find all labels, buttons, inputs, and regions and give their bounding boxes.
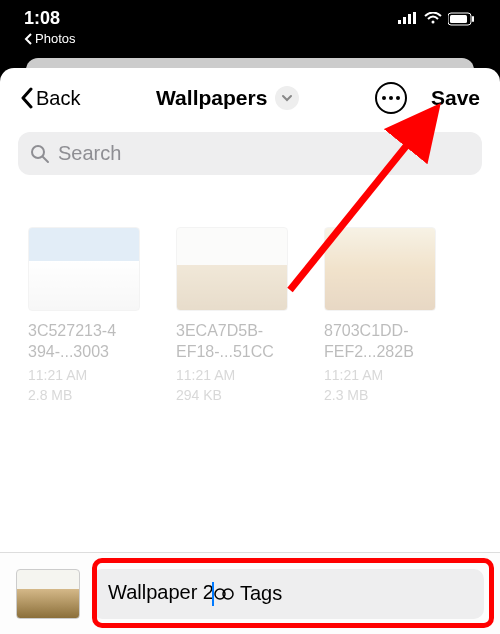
rename-bar: Wallpaper 2 Tags xyxy=(0,552,500,634)
tags-button[interactable]: Tags xyxy=(214,582,282,605)
save-button[interactable]: Save xyxy=(431,86,480,110)
chevron-left-icon xyxy=(20,87,34,109)
svg-rect-3 xyxy=(413,12,416,24)
folder-dropdown[interactable] xyxy=(275,86,299,110)
search-placeholder: Search xyxy=(58,142,121,165)
file-thumbnail xyxy=(324,227,436,311)
folder-title[interactable]: Wallpapers xyxy=(156,86,267,110)
svg-point-4 xyxy=(432,21,435,24)
battery-icon xyxy=(448,12,476,26)
file-item[interactable]: 3ECA7D5B-EF18-...51CC 11:21 AM 294 KB xyxy=(176,227,308,403)
file-item[interactable]: 3C527213-4394-...3003 11:21 AM 2.8 MB xyxy=(28,227,160,403)
tags-label: Tags xyxy=(240,582,282,605)
svg-rect-6 xyxy=(450,15,467,23)
svg-point-8 xyxy=(382,96,386,100)
status-bar: 1:08 Photos xyxy=(0,0,500,58)
tags-icon xyxy=(214,586,234,602)
status-time: 1:08 xyxy=(24,8,75,29)
file-time: 11:21 AM xyxy=(28,367,160,383)
wifi-icon xyxy=(424,12,442,26)
back-to-app[interactable]: Photos xyxy=(24,31,75,46)
svg-point-11 xyxy=(32,146,44,158)
file-size: 294 KB xyxy=(176,387,308,403)
search-input[interactable]: Search xyxy=(18,132,482,175)
status-icons xyxy=(398,8,476,26)
cellular-icon xyxy=(398,12,418,26)
save-sheet: Back Wallpapers Save Search 3C527213-439… xyxy=(0,68,500,634)
file-grid: 3C527213-4394-...3003 11:21 AM 2.8 MB 3E… xyxy=(0,179,500,403)
file-time: 11:21 AM xyxy=(324,367,456,383)
back-app-label: Photos xyxy=(35,31,75,46)
svg-point-9 xyxy=(389,96,393,100)
search-icon xyxy=(30,144,50,164)
file-name: 8703C1DD-FEF2...282B xyxy=(324,321,456,363)
rename-input[interactable]: Wallpaper 2 xyxy=(108,581,214,607)
rename-row: Wallpaper 2 Tags xyxy=(92,569,484,619)
chevron-left-icon xyxy=(24,33,33,45)
more-button[interactable] xyxy=(375,82,407,114)
chevron-down-icon xyxy=(281,94,293,102)
back-button[interactable]: Back xyxy=(20,87,80,110)
file-time: 11:21 AM xyxy=(176,367,308,383)
ellipsis-icon xyxy=(382,96,400,100)
file-thumbnail xyxy=(176,227,288,311)
svg-point-10 xyxy=(396,96,400,100)
file-item[interactable]: 8703C1DD-FEF2...282B 11:21 AM 2.3 MB xyxy=(324,227,456,403)
back-label: Back xyxy=(36,87,80,110)
file-thumbnail xyxy=(28,227,140,311)
svg-rect-1 xyxy=(403,17,406,24)
svg-line-12 xyxy=(43,157,48,162)
file-name: 3ECA7D5B-EF18-...51CC xyxy=(176,321,308,363)
svg-rect-7 xyxy=(472,16,474,22)
nav-header: Back Wallpapers Save xyxy=(0,68,500,128)
rename-thumbnail xyxy=(16,569,80,619)
file-size: 2.8 MB xyxy=(28,387,160,403)
svg-rect-0 xyxy=(398,20,401,24)
file-size: 2.3 MB xyxy=(324,387,456,403)
svg-rect-2 xyxy=(408,14,411,24)
file-name: 3C527213-4394-...3003 xyxy=(28,321,160,363)
